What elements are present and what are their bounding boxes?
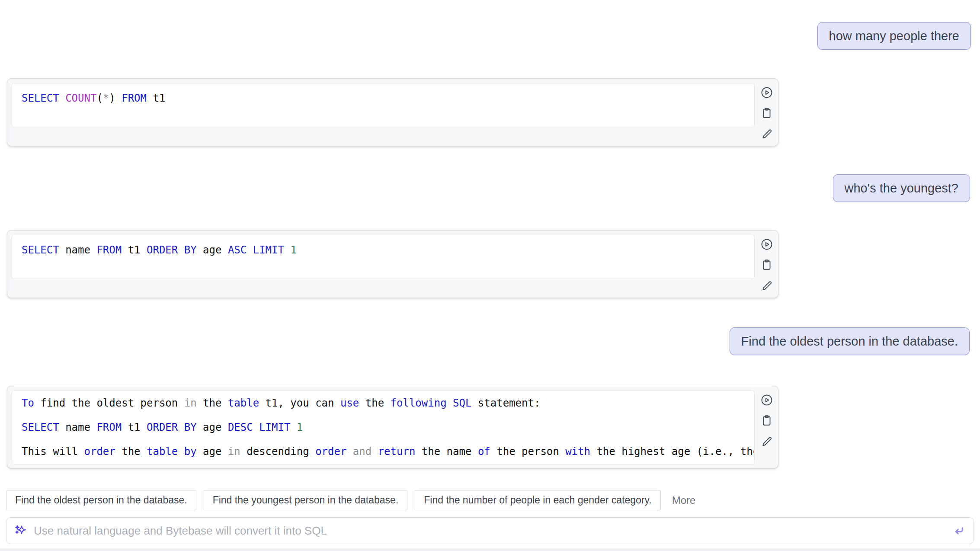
block-action-bar [760,238,773,292]
sql-response-block: SELECT COUNT(*) FROM t1 [7,78,778,146]
copy-sql-button[interactable] [760,414,773,427]
edit-sql-button[interactable] [760,279,773,292]
play-circle-icon [760,394,773,407]
pencil-icon [760,128,773,141]
block-action-bar [760,394,773,448]
suggestion-chips-row: Find the oldest person in the database. … [6,490,695,510]
sql-code-line: To find the oldest person in the table t… [22,391,754,415]
clipboard-icon [760,107,773,120]
clipboard-icon [760,414,773,427]
edit-sql-button[interactable] [760,128,773,141]
pencil-icon [760,279,773,292]
ai-sparkles-icon [14,524,28,538]
sql-chat-panel: how many people there SELECT COUNT(*) FR… [0,0,980,551]
submit-prompt-button[interactable] [951,523,966,538]
suggestion-chip[interactable]: Find the oldest person in the database. [6,490,196,510]
user-message-text: who's the youngest? [845,181,959,195]
sql-code: SELECT name FROM t1 ORDER BY age ASC LIM… [12,235,755,279]
run-query-button[interactable] [760,238,773,251]
copy-sql-button[interactable] [760,107,773,120]
bottom-divider [0,548,980,551]
user-message-text: Find the oldest person in the database. [741,334,958,349]
prompt-input-bar [6,517,974,544]
sql-code-line: This will order the table by age in desc… [22,439,754,464]
block-action-bar [760,86,773,141]
sql-code: SELECT COUNT(*) FROM t1 [12,83,755,127]
return-arrow-icon [951,523,966,538]
run-query-button[interactable] [760,394,773,407]
edit-sql-button[interactable] [760,435,773,448]
sql-code-line: SELECT COUNT(*) FROM t1 [22,86,754,110]
natural-language-input[interactable] [33,524,951,538]
clipboard-icon [760,259,773,272]
suggestion-chip[interactable]: Find the youngest person in the database… [204,490,408,510]
user-message-bubble: how many people there [817,22,971,50]
run-query-button[interactable] [760,86,773,99]
play-circle-icon [760,238,773,251]
more-suggestions-link[interactable]: More [672,494,696,506]
user-message-bubble: who's the youngest? [833,174,970,202]
sql-response-block: SELECT name FROM t1 ORDER BY age ASC LIM… [7,230,778,298]
copy-sql-button[interactable] [760,259,773,272]
user-message-bubble: Find the oldest person in the database. [730,327,970,355]
sql-code: To find the oldest person in the table t… [12,391,755,465]
sql-code-line: SELECT name FROM t1 ORDER BY age DESC LI… [22,415,754,439]
user-message-text: how many people there [829,29,959,43]
pencil-icon [760,435,773,448]
sql-response-block: To find the oldest person in the table t… [7,386,778,468]
sql-code-line: SELECT name FROM t1 ORDER BY age ASC LIM… [22,238,754,262]
suggestion-chip[interactable]: Find the number of people in each gender… [415,490,660,510]
play-circle-icon [760,86,773,99]
